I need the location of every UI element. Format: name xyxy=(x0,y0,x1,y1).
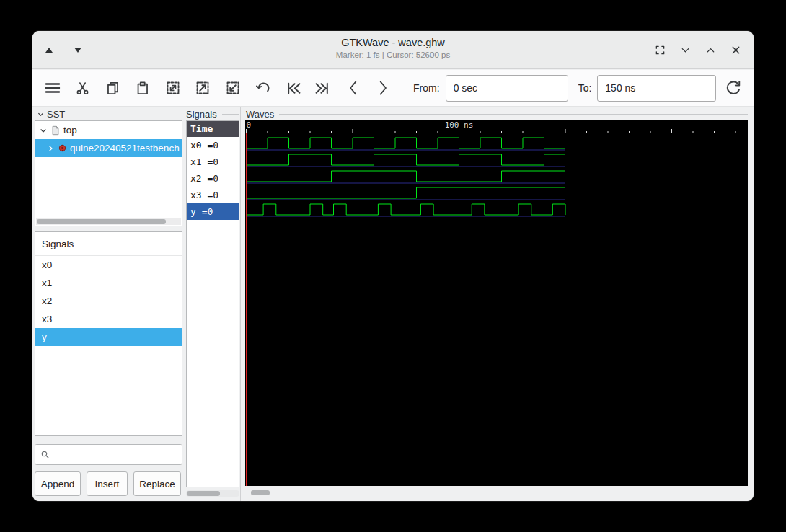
skip-start-icon xyxy=(286,81,301,96)
reload-icon xyxy=(725,79,742,97)
zoom-in-icon xyxy=(195,81,210,95)
waves-panel-header: Waves xyxy=(246,109,748,120)
expander-chevron-icon xyxy=(39,126,48,135)
signal-list-header: Signals xyxy=(35,232,182,256)
scroll-down-button[interactable] xyxy=(71,44,84,57)
signal-list-item-x3[interactable]: x3 xyxy=(35,310,182,328)
toolbar: From: To: xyxy=(32,70,754,107)
main-area: SST top quine20240521testbench xyxy=(32,107,754,501)
menu-icon xyxy=(45,81,61,95)
waveform-traces: 0100 ns xyxy=(245,120,748,486)
from-label: From: xyxy=(413,82,440,94)
close-icon xyxy=(730,45,741,56)
clipboard-icon xyxy=(136,81,149,95)
to-end-button[interactable] xyxy=(313,76,333,99)
titlebar-right-controls xyxy=(653,31,742,69)
scrollbar-thumb[interactable] xyxy=(37,219,166,224)
to-input[interactable] xyxy=(597,75,716,102)
module-doc-icon xyxy=(50,125,61,136)
minimize-button[interactable] xyxy=(679,44,692,57)
zoom-undo-button[interactable] xyxy=(253,76,273,99)
signal-list-item-x1[interactable]: x1 xyxy=(35,274,182,292)
window-fit-button[interactable] xyxy=(653,44,666,57)
signals-horizontal-scrollbar[interactable] xyxy=(186,490,239,497)
menu-button[interactable] xyxy=(43,76,63,99)
signals-panel-header-label: Signals xyxy=(186,109,217,120)
append-button[interactable]: Append xyxy=(35,471,81,496)
time-header-row: Time xyxy=(187,121,239,137)
to-label: To: xyxy=(578,82,592,94)
sst-tree: top quine20240521testbench xyxy=(35,120,182,226)
frame-line xyxy=(222,114,239,115)
expander-chevron-icon xyxy=(37,110,45,118)
close-button[interactable] xyxy=(729,44,742,57)
chevron-down-icon xyxy=(680,45,691,56)
scissors-icon xyxy=(76,81,89,95)
titlebar[interactable]: GTKWave - wave.ghw Marker: 1 fs | Cursor… xyxy=(32,31,754,69)
gtkwave-window: GTKWave - wave.ghw Marker: 1 fs | Cursor… xyxy=(32,31,754,501)
waves-panel: Waves 0100 ns xyxy=(242,107,748,501)
to-start-button[interactable] xyxy=(283,76,303,99)
reload-button[interactable] xyxy=(723,76,743,99)
window-fit-icon xyxy=(655,45,666,56)
scrollbar-thumb[interactable] xyxy=(187,491,220,496)
maximize-button[interactable] xyxy=(704,44,717,57)
tree-label-top: top xyxy=(63,125,77,136)
tree-row-top[interactable]: top xyxy=(35,121,182,139)
shift-right-button[interactable] xyxy=(373,76,393,99)
signal-list-item-x0[interactable]: x0 xyxy=(35,256,182,274)
down-triangle-icon xyxy=(74,48,81,53)
sst-header-label: SST xyxy=(47,109,65,120)
waves-panel-header-label: Waves xyxy=(246,109,274,120)
skip-end-icon xyxy=(315,81,330,96)
cut-button[interactable] xyxy=(73,76,93,99)
wave-canvas[interactable]: 0100 ns xyxy=(245,120,748,486)
signal-row-x3[interactable]: x3 =0 xyxy=(187,187,239,203)
copy-icon xyxy=(106,81,120,95)
testbench-component-icon xyxy=(58,143,67,153)
zoom-fit-icon xyxy=(166,81,180,95)
titlebar-left-controls xyxy=(43,31,84,69)
up-triangle-icon xyxy=(45,48,53,53)
search-input[interactable] xyxy=(54,445,182,464)
expander-chevron-right-icon xyxy=(46,144,55,153)
signal-list-item-x2[interactable]: x2 xyxy=(35,292,182,310)
tree-horizontal-scrollbar[interactable] xyxy=(36,218,181,225)
undo-arrow-icon xyxy=(256,81,270,95)
chevron-up-icon xyxy=(705,45,716,56)
titlebar-center: GTKWave - wave.ghw Marker: 1 fs | Cursor… xyxy=(32,37,754,59)
zoom-fit-button[interactable] xyxy=(163,76,183,99)
copy-button[interactable] xyxy=(102,76,123,99)
replace-button[interactable]: Replace xyxy=(133,471,181,496)
signal-row-x0[interactable]: x0 =0 xyxy=(187,137,239,154)
signals-panel: Signals Time x0 =0 x1 =0 x2 =0 x3 =0 y =… xyxy=(185,107,241,501)
tree-label-testbench: quine20240521testbench xyxy=(70,143,180,154)
sst-header[interactable]: SST xyxy=(37,109,65,120)
paste-button[interactable] xyxy=(133,76,153,99)
from-input[interactable] xyxy=(446,75,568,102)
zoom-out-button[interactable] xyxy=(223,76,243,99)
signal-search-box xyxy=(35,444,182,465)
signal-search-list: Signals x0 x1 x2 x3 y xyxy=(35,231,182,436)
scrollbar-thumb[interactable] xyxy=(251,490,270,495)
signal-row-x2[interactable]: x2 =0 xyxy=(187,170,239,187)
sst-panel: SST top quine20240521testbench xyxy=(32,107,185,501)
frame-line xyxy=(279,114,748,115)
screen-background: GTKWave - wave.ghw Marker: 1 fs | Cursor… xyxy=(0,0,786,532)
insert-button[interactable]: Insert xyxy=(87,471,128,496)
svg-text:0: 0 xyxy=(247,120,252,130)
signal-row-x1[interactable]: x1 =0 xyxy=(187,154,239,170)
signal-list-item-y[interactable]: y xyxy=(35,328,182,346)
scroll-up-button[interactable] xyxy=(43,44,56,57)
search-icon xyxy=(40,450,50,460)
tree-row-testbench[interactable]: quine20240521testbench xyxy=(35,139,182,157)
zoom-in-button[interactable] xyxy=(193,76,213,99)
waves-horizontal-scrollbar[interactable] xyxy=(245,489,748,496)
window-title: GTKWave - wave.ghw xyxy=(32,37,754,48)
chevron-left-icon xyxy=(345,79,361,97)
chevron-right-icon xyxy=(375,79,391,97)
signal-name-list: Time x0 =0 x1 =0 x2 =0 x3 =0 y =0 xyxy=(186,120,239,487)
shift-left-button[interactable] xyxy=(343,76,363,99)
marker-cursor-status: Marker: 1 fs | Cursor: 52600 ps xyxy=(32,50,754,59)
signal-row-y[interactable]: y =0 xyxy=(187,203,239,220)
